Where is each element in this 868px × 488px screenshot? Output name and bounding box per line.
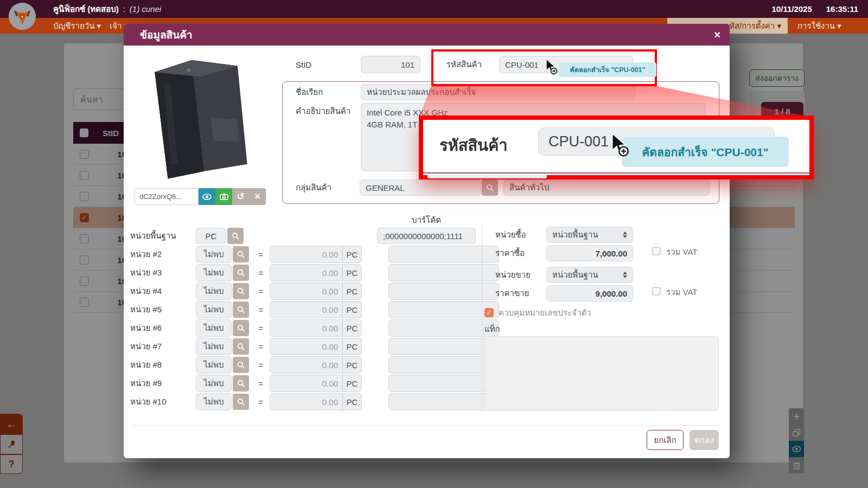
unit-suffix: PC: [342, 283, 361, 299]
menu-item-journal[interactable]: บัญชีรายวัน ▾: [47, 18, 107, 34]
purchase-vat-checkbox[interactable]: [652, 247, 661, 255]
title-separator: :: [123, 4, 125, 14]
unit-search-button[interactable]: [233, 357, 249, 373]
screen: คูนิฟ็อกซ์ (ทดสอบ) : (1) cunei 10/11/202…: [0, 0, 868, 488]
photo-undo-button[interactable]: ↺: [232, 188, 249, 205]
equals-sign: =: [254, 250, 268, 259]
search-icon: [237, 380, 245, 387]
photo-capture-button[interactable]: [215, 188, 232, 205]
search-icon: [237, 398, 245, 406]
photo-view-button[interactable]: [199, 188, 215, 205]
sale-unit-label: หน่วยขาย: [495, 267, 531, 283]
unit-barcode-field[interactable]: [388, 375, 499, 392]
unit-name-field[interactable]: ไม่พบ: [196, 356, 232, 374]
product-group-code-field[interactable]: GENERAL: [360, 179, 481, 196]
unit-search-button[interactable]: [233, 265, 249, 281]
search-icon: [237, 269, 245, 277]
unit-barcode-field[interactable]: [388, 356, 499, 374]
base-unit-search-button[interactable]: [227, 228, 244, 244]
equals-sign: =: [254, 361, 268, 370]
barcode-header: บาร์โค้ด: [377, 214, 476, 227]
tag-textarea[interactable]: [484, 336, 719, 411]
unit-barcode-field[interactable]: [388, 319, 499, 337]
unit-suffix: PC: [342, 394, 361, 410]
stid-field[interactable]: 101: [361, 56, 420, 73]
unit-qty-field[interactable]: 0.00PC: [270, 319, 362, 337]
product-group-name-field: สินค้าทั่วไป: [503, 179, 710, 196]
unit-barcode-field[interactable]: [388, 393, 499, 410]
sale-price-field[interactable]: 9,000.00: [546, 285, 633, 301]
display-name-field[interactable]: หน่วยประมวลผลประกอบสำเร็จ: [361, 84, 635, 100]
unit-qty-field[interactable]: 0.00PC: [270, 282, 362, 300]
column-divider: [482, 223, 482, 413]
unit-qty-field[interactable]: 0.00PC: [270, 264, 362, 281]
unit-search-button[interactable]: [233, 320, 249, 336]
product-group-label: กลุ่มสินค้า: [296, 179, 331, 196]
unit-search-button[interactable]: [233, 283, 249, 299]
group-search-button[interactable]: [482, 179, 498, 196]
equals-sign: =: [254, 397, 268, 407]
unit-search-button[interactable]: [233, 246, 249, 262]
photo-id-input[interactable]: dC2ZorxQ6...: [135, 188, 199, 205]
zoom-copy-toast: คัดลอกสำเร็จ "CPU-001": [622, 137, 789, 167]
unit-row: หน่วย #8ไม่พบ=0.00PC: [128, 357, 499, 373]
base-unit-field[interactable]: PC: [196, 228, 226, 244]
menu-item-usage[interactable]: การใช้งาน ▾: [791, 18, 848, 34]
unit-name-field[interactable]: ไม่พบ: [196, 319, 232, 337]
unit-qty-field[interactable]: 0.00PC: [270, 301, 362, 318]
unit-search-button[interactable]: [233, 394, 249, 410]
unit-name-field[interactable]: ไม่พบ: [196, 264, 232, 281]
unit-barcode-field[interactable]: [388, 264, 499, 281]
unit-name-field[interactable]: ไม่พบ: [196, 375, 232, 392]
unit-row: หน่วย #6ไม่พบ=0.00PC: [128, 320, 499, 336]
purchase-price-field[interactable]: 7,000.00: [546, 245, 633, 261]
tag-label: แท็ก: [484, 323, 500, 335]
unit-label: หน่วย #8: [128, 358, 196, 371]
unit-search-button[interactable]: [233, 338, 249, 355]
unit-search-button[interactable]: [233, 375, 249, 391]
unit-label: หน่วย #4: [128, 285, 196, 298]
unit-qty-field[interactable]: 0.00PC: [270, 375, 362, 392]
unit-qty-field[interactable]: 0.00PC: [270, 338, 362, 355]
unit-qty-field[interactable]: 0.00PC: [270, 393, 362, 410]
unit-label: หน่วย #6: [128, 322, 196, 335]
sale-unit-select[interactable]: หน่วยพื้นฐาน: [546, 267, 633, 283]
unit-name-field[interactable]: ไม่พบ: [196, 246, 232, 263]
search-icon: [237, 306, 245, 313]
cancel-button[interactable]: ยกเลิก: [647, 430, 684, 450]
window-title: คูนิฟ็อกซ์ (ทดสอบ) : (1) cunei: [53, 0, 161, 18]
date-label: 10/11/2025: [772, 4, 812, 14]
unit-barcode-field[interactable]: [388, 301, 499, 318]
app-logo[interactable]: [9, 3, 36, 30]
eye-icon: [202, 194, 212, 200]
footer-divider: [133, 425, 719, 426]
app-name: คูนิฟ็อกซ์ (ทดสอบ): [53, 3, 119, 16]
unit-name-field[interactable]: ไม่พบ: [196, 338, 232, 355]
serial-control-checkbox[interactable]: ✓: [484, 308, 494, 317]
updown-icon: [623, 272, 627, 278]
display-name-label: ชื่อเรียก: [296, 84, 323, 100]
base-barcode-field[interactable]: ;0000000000000;1111: [377, 228, 476, 244]
unit-barcode-field[interactable]: [388, 282, 499, 300]
purchase-unit-select[interactable]: หน่วยพื้นฐาน: [546, 227, 633, 243]
unit-qty-field[interactable]: 0.00PC: [270, 246, 362, 263]
unit-barcode-field[interactable]: [388, 246, 499, 263]
unit-search-button[interactable]: [233, 301, 249, 318]
ok-button[interactable]: ตกลง: [690, 430, 719, 450]
modal-close-button[interactable]: ×: [710, 27, 725, 42]
stid-label: StID: [296, 56, 311, 73]
unit-name-field[interactable]: ไม่พบ: [196, 282, 232, 300]
equals-sign: =: [254, 379, 268, 388]
camera-icon: [220, 193, 228, 200]
check-icon: ✓: [486, 309, 492, 317]
unit-qty-field[interactable]: 0.00PC: [270, 356, 362, 374]
search-icon: [237, 287, 245, 295]
unit-label: หน่วย #7: [128, 340, 196, 353]
unit-name-field[interactable]: ไม่พบ: [196, 301, 232, 318]
unit-name-field[interactable]: ไม่พบ: [196, 393, 232, 410]
unit-suffix: PC: [342, 301, 361, 318]
photo-remove-button[interactable]: ×: [249, 188, 266, 205]
product-image: [145, 53, 262, 185]
unit-barcode-field[interactable]: [388, 338, 499, 355]
sale-vat-checkbox[interactable]: [652, 287, 661, 296]
